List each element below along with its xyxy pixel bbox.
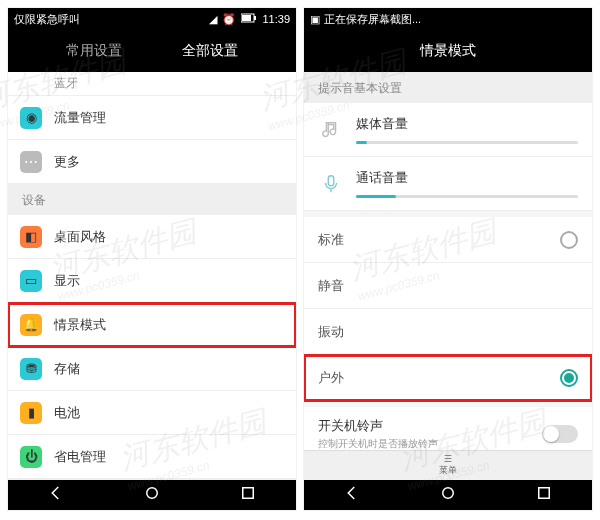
page-title: 情景模式: [420, 42, 476, 60]
phone-right: ▣ 正在保存屏幕截图... 情景模式 提示音基本设置 媒体音量 通话音量 标准 …: [304, 8, 592, 510]
status-bar: 仅限紧急呼叫 ◢ ⏰ 11:39: [8, 8, 296, 30]
nav-back[interactable]: [47, 484, 65, 506]
radio-outdoor[interactable]: [560, 369, 578, 387]
item-display[interactable]: ▭显示: [8, 259, 296, 303]
battery-icon: [241, 13, 257, 25]
desktop-icon: ◧: [20, 226, 42, 248]
nav-home[interactable]: [439, 484, 457, 506]
svg-rect-4: [243, 488, 254, 499]
tab-bar: 常用设置 全部设置: [8, 30, 296, 72]
screenshot-icon: ▣: [310, 13, 320, 26]
media-slider[interactable]: [356, 141, 578, 144]
status-bar: ▣ 正在保存屏幕截图...: [304, 8, 592, 30]
mic-icon: [318, 171, 344, 197]
clock-text: 11:39: [262, 13, 290, 25]
more-icon: ⋯: [20, 151, 42, 173]
mode-vibrate[interactable]: 振动: [304, 309, 592, 355]
item-battery[interactable]: ▮电池: [8, 391, 296, 435]
tab-all[interactable]: 全部设置: [182, 42, 238, 60]
item-power[interactable]: ⏻省电管理: [8, 435, 296, 479]
item-more[interactable]: ⋯更多: [8, 140, 296, 184]
nav-recent[interactable]: [535, 484, 553, 506]
saving-text: 正在保存屏幕截图...: [324, 12, 421, 27]
radio-standard[interactable]: [560, 231, 578, 249]
svg-rect-1: [242, 15, 251, 21]
title-bar: 情景模式: [304, 30, 592, 72]
battery-item-icon: ▮: [20, 402, 42, 424]
item-scene-mode[interactable]: 🔔情景模式: [8, 303, 296, 347]
ringtone-switch[interactable]: [542, 425, 578, 443]
tab-common[interactable]: 常用设置: [66, 42, 122, 60]
nav-home[interactable]: [143, 484, 161, 506]
music-icon: [318, 117, 344, 143]
svg-rect-7: [539, 488, 550, 499]
traffic-icon: ◉: [20, 107, 42, 129]
display-icon: ▭: [20, 270, 42, 292]
nav-recent[interactable]: [239, 484, 257, 506]
call-slider[interactable]: [356, 195, 578, 198]
power-icon: ⏻: [20, 446, 42, 468]
item-storage[interactable]: ⛃存储: [8, 347, 296, 391]
svg-rect-2: [254, 16, 256, 20]
call-volume[interactable]: 通话音量: [304, 157, 592, 211]
nav-bar: [304, 480, 592, 510]
section-device: 设备: [8, 184, 296, 215]
bottom-menu[interactable]: ☰ 菜单: [304, 450, 592, 480]
item-traffic[interactable]: ◉流量管理: [8, 96, 296, 140]
svg-point-6: [443, 488, 454, 499]
phone-left: 仅限紧急呼叫 ◢ ⏰ 11:39 常用设置 全部设置 蓝牙 ◉流量管理 ⋯更多 …: [8, 8, 296, 510]
nav-bar: [8, 480, 296, 510]
menu-icon: ☰: [444, 454, 452, 464]
media-volume[interactable]: 媒体音量: [304, 103, 592, 157]
scene-icon: 🔔: [20, 314, 42, 336]
storage-icon: ⛃: [20, 358, 42, 380]
item-desktop[interactable]: ◧桌面风格: [8, 215, 296, 259]
mode-silent[interactable]: 静音: [304, 263, 592, 309]
section-audio: 提示音基本设置: [304, 72, 592, 103]
svg-point-3: [147, 488, 158, 499]
carrier-text: 仅限紧急呼叫: [14, 12, 80, 27]
alarm-icon: ⏰: [222, 13, 236, 26]
item-bluetooth[interactable]: 蓝牙: [8, 72, 296, 96]
nav-back[interactable]: [343, 484, 361, 506]
svg-rect-5: [328, 175, 334, 185]
mode-outdoor[interactable]: 户外: [304, 355, 592, 401]
mode-standard[interactable]: 标准: [304, 217, 592, 263]
signal-icon: ◢: [209, 13, 217, 26]
